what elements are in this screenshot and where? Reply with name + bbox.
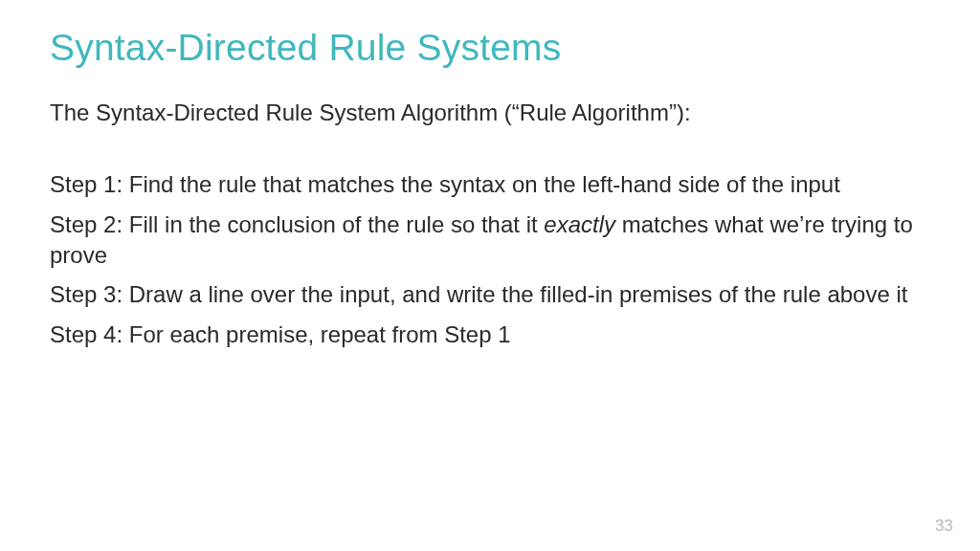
step-text: Find the rule that matches the syntax on… — [129, 171, 840, 197]
step-1: Step 1: Find the rule that matches the s… — [50, 169, 930, 200]
step-label: Step 3: — [50, 281, 122, 307]
step-3: Step 3: Draw a line over the input, and … — [50, 279, 930, 310]
page-number: 33 — [935, 517, 953, 536]
slide: Syntax-Directed Rule Systems The Syntax-… — [0, 0, 980, 551]
slide-intro: The Syntax-Directed Rule System Algorith… — [50, 98, 930, 127]
step-text: For each premise, repeat from Step 1 — [129, 321, 511, 347]
step-label: Step 2: — [50, 211, 122, 237]
slide-title: Syntax-Directed Rule Systems — [50, 27, 930, 69]
step-4: Step 4: For each premise, repeat from St… — [50, 320, 930, 350]
step-text-before: Fill in the conclusion of the rule so th… — [129, 211, 545, 237]
step-label: Step 4: — [50, 321, 122, 347]
step-emphasis: exactly — [544, 211, 615, 237]
step-text: Draw a line over the input, and write th… — [129, 281, 908, 307]
step-label: Step 1: — [50, 171, 122, 197]
step-2: Step 2: Fill in the conclusion of the ru… — [50, 209, 930, 270]
